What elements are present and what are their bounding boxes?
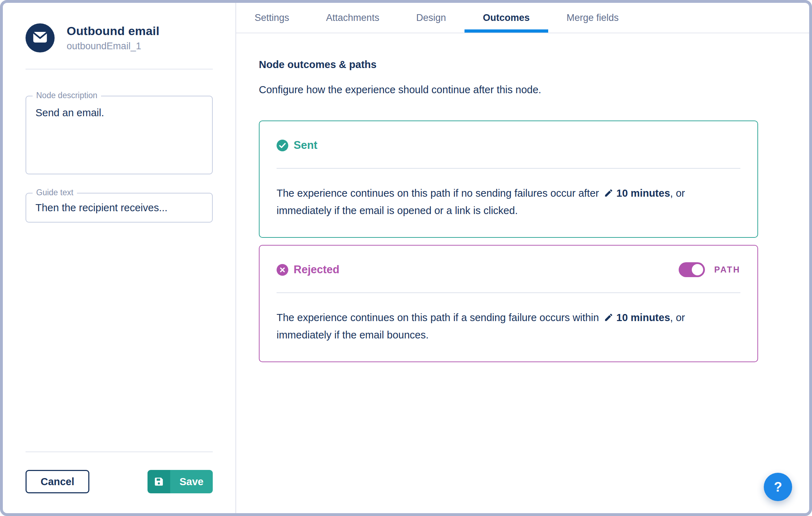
tab-settings[interactable]: Settings [236, 3, 308, 33]
page-description: Configure how the experience should cont… [259, 84, 786, 96]
node-id: outboundEmail_1 [67, 41, 160, 52]
footer-divider [26, 452, 213, 452]
outcome-card-rejected: Rejected PATH The experience continues o… [259, 245, 758, 362]
tab-design[interactable]: Design [398, 3, 465, 33]
node-description-value[interactable]: Send an email. [26, 96, 212, 129]
sent-card-divider [277, 168, 740, 169]
rejected-card-header: Rejected PATH [277, 262, 740, 277]
guide-text-label: Guide text [33, 188, 77, 197]
save-floppy-icon [148, 470, 170, 493]
tab-bar: Settings Attachments Design Outcomes Mer… [236, 3, 809, 33]
edit-pencil-icon [604, 310, 613, 327]
rejected-body-prefix: The experience continues on this path if… [277, 312, 602, 323]
rejected-card-description: The experience continues on this path if… [277, 309, 735, 343]
tab-attachments[interactable]: Attachments [308, 3, 398, 33]
header-divider [26, 69, 213, 69]
page-title: Node outcomes & paths [259, 59, 786, 71]
node-editor-window: Outbound email outboundEmail_1 Node desc… [0, 0, 812, 516]
save-button[interactable]: Save [148, 470, 213, 493]
sent-body-prefix: The experience continues on this path if… [277, 187, 602, 199]
rejected-outcome-label: Rejected [294, 263, 339, 276]
sent-duration-value[interactable]: 10 minutes [616, 187, 670, 199]
x-circle-icon [277, 264, 288, 276]
outcomes-content: Node outcomes & paths Configure how the … [236, 33, 809, 362]
path-toggle[interactable] [679, 262, 705, 277]
rejected-duration-value[interactable]: 10 minutes [616, 312, 670, 323]
node-summary-panel: Outbound email outboundEmail_1 Node desc… [3, 3, 236, 513]
question-mark-icon: ? [774, 479, 782, 495]
node-description-label: Node description [33, 91, 101, 100]
check-circle-icon [277, 140, 288, 151]
toggle-knob [692, 264, 703, 275]
node-settings-panel: Settings Attachments Design Outcomes Mer… [236, 3, 809, 513]
outcome-cards: Sent The experience continues on this pa… [259, 120, 758, 362]
tab-outcomes[interactable]: Outcomes [465, 3, 548, 33]
email-node-avatar [26, 23, 55, 52]
path-toggle-label: PATH [714, 265, 740, 275]
node-description-field[interactable]: Node description Send an email. [26, 96, 213, 174]
guide-text-value[interactable]: Then the recipient receives... [26, 194, 212, 222]
rejected-duration-edit[interactable]: 10 minutes [602, 312, 670, 323]
help-button[interactable]: ? [764, 473, 792, 501]
path-toggle-control: PATH [679, 262, 740, 277]
edit-pencil-icon [604, 186, 613, 202]
rejected-card-divider [277, 292, 740, 293]
sent-card-description: The experience continues on this path if… [277, 185, 735, 219]
outcome-card-sent: Sent The experience continues on this pa… [259, 120, 758, 238]
sent-duration-edit[interactable]: 10 minutes [602, 187, 670, 199]
email-icon [33, 32, 47, 44]
guide-text-field[interactable]: Guide text Then the recipient receives..… [26, 193, 213, 223]
sent-outcome-label: Sent [294, 139, 317, 152]
cancel-button[interactable]: Cancel [26, 470, 89, 493]
left-panel-spacer [26, 223, 213, 452]
panel-footer: Cancel Save [26, 470, 213, 493]
tab-merge-fields[interactable]: Merge fields [548, 3, 637, 33]
save-button-label: Save [170, 470, 213, 493]
node-title: Outbound email [67, 24, 160, 38]
sent-card-header: Sent [277, 138, 740, 153]
node-header: Outbound email outboundEmail_1 [26, 23, 213, 52]
node-titles: Outbound email outboundEmail_1 [67, 24, 160, 52]
